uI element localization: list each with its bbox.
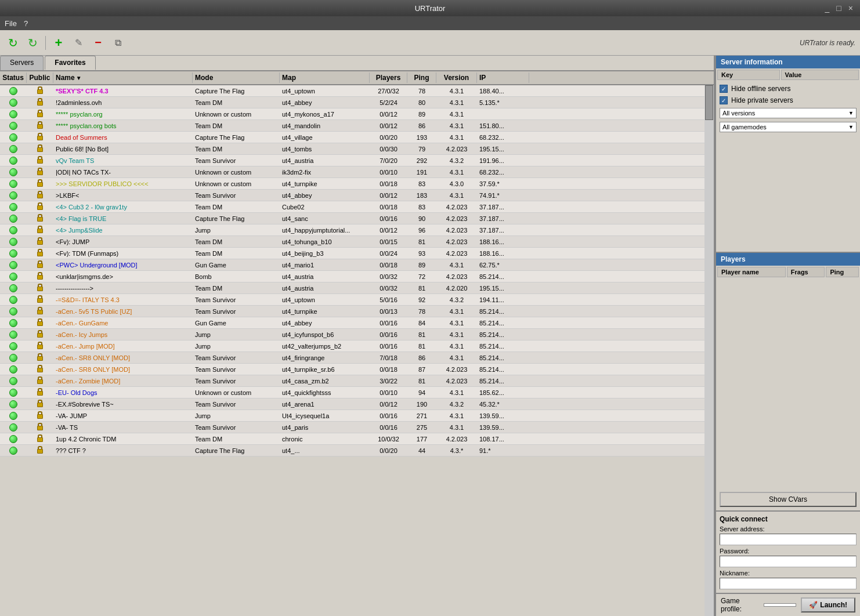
table-row[interactable]: <Fv): TDM (Funmaps) Team DM ut4_beijing_… (0, 248, 704, 259)
table-row[interactable]: <Fv): JUMP Team DM ut4_tohunga_b10 0/0/1… (0, 236, 704, 248)
name-cell: -VA- JUMP (53, 412, 193, 420)
ping-cell: 183 (407, 191, 436, 200)
table-row[interactable]: -aCen.- Zombie [MOD] Team Survivor ut4_c… (0, 375, 704, 387)
launch-button[interactable]: 🚀 Launch! (801, 597, 855, 613)
table-row[interactable]: vQv Team TS Team Survivor ut4_austria 7/… (0, 155, 704, 166)
ip-cell: 37.187... (477, 215, 529, 223)
table-row[interactable]: -VA- JUMP Jump Ut4_icysequel1a 0/0/16 27… (0, 410, 704, 422)
table-row[interactable]: -EX.#Sobrevive TS~ Team Survivor ut4_are… (0, 398, 704, 410)
public-cell (27, 237, 53, 247)
server-info-title: Server information (721, 58, 783, 66)
show-cvars-button[interactable]: Show CVars (720, 492, 857, 507)
delete-button[interactable]: − (90, 35, 106, 51)
table-row[interactable]: -aCen.- 5v5 TS Public [UZ] Team Survivor… (0, 306, 704, 317)
lock-icon (36, 214, 44, 223)
table-row[interactable]: -aCen.- Icy Jumps Jump ut4_icyfunspot_b6… (0, 329, 704, 340)
table-row[interactable]: Public 68! [No Bot] Team DM ut4_tombs 0/… (0, 143, 704, 155)
table-row[interactable]: -VA- TS Team Survivor ut4_paris 0/0/16 2… (0, 422, 704, 433)
scrollbar-thumb[interactable] (705, 85, 713, 120)
table-row[interactable]: ----------------> Team DM ut4_austria 0/… (0, 282, 704, 294)
status-cell (0, 238, 27, 246)
edit-button[interactable]: ✎ (70, 35, 86, 51)
status-cell (0, 354, 27, 362)
mode-cell: Team DM (193, 249, 280, 258)
table-row[interactable]: <4> Flag is TRUE Capture The Flag ut4_sa… (0, 213, 704, 224)
online-indicator (9, 447, 17, 455)
th-version[interactable]: Version (436, 73, 477, 83)
list-scrollbar[interactable] (704, 85, 714, 616)
ping-cell: 78 (407, 87, 436, 95)
ping-cell: 86 (407, 354, 436, 362)
menu-file[interactable]: File (5, 19, 17, 28)
th-players[interactable]: Players (370, 73, 407, 83)
minimize-button[interactable]: _ (823, 3, 832, 13)
refresh-button[interactable]: ↻ (5, 35, 21, 51)
tabs: Servers Favorites (0, 56, 714, 71)
ip-cell: 68.232... (477, 168, 529, 176)
menu-help[interactable]: ? (24, 19, 28, 28)
th-map[interactable]: Map (280, 73, 370, 83)
table-row[interactable]: -aCen.- SR8 ONLY [MOD] Team Survivor ut4… (0, 352, 704, 364)
table-row[interactable]: >>> SERVIDOR PUBLICO <<<< Unknown or cus… (0, 178, 704, 190)
th-playername: Player name (717, 267, 786, 277)
tab-favorites[interactable]: Favorites (45, 56, 95, 70)
status-message: URTrator is ready. (800, 39, 855, 47)
gamemode-select[interactable]: All gamemodes (720, 122, 857, 132)
table-row[interactable]: <4> Cub3 2 - l0w grav1ty Team DM Cube02 … (0, 201, 704, 213)
table-row[interactable]: <unklar|ismgms.de> Bomb ut4_austria 0/0/… (0, 271, 704, 282)
players-cell: 7/0/20 (370, 157, 407, 165)
mode-cell: Team DM (193, 435, 280, 443)
table-row[interactable]: ??? CTF ? Capture The Flag ut4_... 0/0/2… (0, 445, 704, 456)
th-mode[interactable]: Mode (193, 73, 280, 83)
table-row[interactable]: -aCen.- GunGame Gun Game ut4_abbey 0/0/1… (0, 317, 704, 329)
lock-icon (36, 307, 44, 316)
th-public[interactable]: Public (27, 73, 53, 83)
table-row[interactable]: <PWC> Underground [MOD] Gun Game ut4_mar… (0, 259, 704, 271)
th-name[interactable]: Name ▼ (53, 73, 193, 83)
nickname-input[interactable] (720, 578, 857, 589)
table-row[interactable]: -aCen.- SR8 ONLY [MOD] Team Survivor ut4… (0, 364, 704, 375)
refresh-all-button[interactable]: ↻ (24, 35, 41, 51)
tab-servers[interactable]: Servers (0, 56, 44, 70)
version-select[interactable]: All versions (720, 108, 857, 118)
name-cell: Public 68! [No Bot] (53, 145, 193, 153)
password-input[interactable] (720, 556, 857, 567)
add-server-button[interactable]: + (50, 35, 67, 51)
table-row[interactable]: -aCen.- Jump [MOD] Jump ut42_valterjumps… (0, 340, 704, 352)
table-row[interactable]: ***** psyclan.org Unknown or custom ut4_… (0, 108, 704, 120)
table-row[interactable]: 1up 4.2 Chronic TDM Team DM chronic 10/0… (0, 433, 704, 445)
table-row[interactable]: Dead of Summers Capture The Flag ut4_vil… (0, 132, 704, 143)
status-cell (0, 423, 27, 432)
status-cell (0, 261, 27, 269)
th-ip[interactable]: IP (477, 73, 529, 83)
players-cell: 0/0/10 (370, 389, 407, 397)
copy-button[interactable]: ⧉ (110, 35, 126, 51)
map-cell: ik3dm2-fix (280, 168, 370, 176)
table-row[interactable]: <4> Jump&Slide Jump ut4_happyjumptutoria… (0, 224, 704, 236)
table-row[interactable]: -=S&D=- ITALY TS 4.3 Team Survivor ut4_u… (0, 294, 704, 306)
name-cell: -aCen.- Zombie [MOD] (53, 377, 193, 385)
hide-offline-checkbox[interactable] (720, 85, 728, 93)
table-row[interactable]: *SEXY'S* CTF 4.3 Capture The Flag ut4_up… (0, 85, 704, 97)
mode-cell: Jump (193, 412, 280, 420)
public-cell (27, 98, 53, 107)
close-button[interactable]: × (846, 3, 855, 13)
table-row[interactable]: >LKBF< Team Survivor ut4_abbey 0/0/12 18… (0, 190, 704, 201)
maximize-button[interactable]: □ (834, 3, 843, 13)
ip-cell: 139.59... (477, 423, 529, 432)
table-row[interactable]: !2adminless.ovh Team DM ut4_abbey 5/2/24… (0, 97, 704, 108)
lock-icon (36, 446, 44, 455)
th-ping[interactable]: Ping (407, 73, 436, 83)
lock-icon (36, 318, 44, 328)
public-cell (27, 202, 53, 212)
mode-cell: Team DM (193, 238, 280, 246)
th-status[interactable]: Status (0, 73, 27, 83)
server-address-input[interactable] (720, 534, 857, 545)
game-profile-select[interactable] (764, 603, 796, 607)
version-cell: 4.3.1 (436, 168, 477, 176)
table-row[interactable]: -EU- Old Dogs Unknown or custom ut4_quic… (0, 387, 704, 398)
hide-private-checkbox[interactable] (720, 96, 728, 104)
table-row[interactable]: |ODI| NO TACs TX- Unknown or custom ik3d… (0, 166, 704, 178)
table-row[interactable]: ***** psyclan.org bots Team DM ut4_mando… (0, 120, 704, 132)
ping-cell: 81 (407, 331, 436, 339)
